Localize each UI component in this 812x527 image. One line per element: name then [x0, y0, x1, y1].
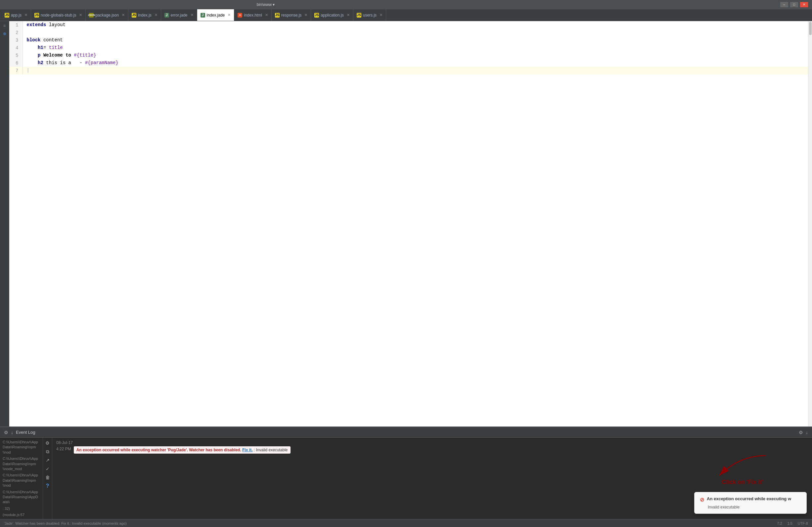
notification-error-icon: ⊘ — [700, 497, 704, 503]
panel-log: 08-Jul-17 4:22 PM An exception occurred … — [52, 438, 812, 456]
panel-action-scroll[interactable]: ⧉ — [44, 448, 51, 455]
tab-close-app-js[interactable]: ✕ — [25, 13, 27, 17]
left-gutter: ≡ ⊕ — [0, 21, 9, 426]
line-content-6[interactable]: h2 this is a - #{paramName} — [23, 59, 808, 67]
tab-label-index-js: index.js — [138, 13, 151, 17]
panel-action-help[interactable]: ? — [44, 483, 51, 489]
tab-close-node-globals[interactable]: ✕ — [79, 13, 82, 17]
tab-close-application-js[interactable]: ✕ — [347, 13, 350, 17]
log-message: An exception occurred while executing wa… — [74, 446, 291, 454]
tab-bar: JS app.js ✕ JS node-globals-stub.js ✕ JS… — [0, 9, 812, 21]
tab-icon-js4: JS — [275, 13, 280, 17]
tab-icon-js6: JS — [357, 13, 361, 17]
bottom-panel-content: C:\\Users\\Dhruv\\AppData\\Roaming\\npm\… — [0, 438, 812, 519]
panel-title: Event Log — [16, 430, 35, 435]
tab-response-js[interactable]: JS response.js ✕ — [272, 9, 311, 21]
panel-sidebar-item-5: : 32) — [0, 506, 43, 512]
tab-close-users-js[interactable]: ✕ — [379, 13, 382, 17]
panel-log-area: 08-Jul-17 4:22 PM An exception occurred … — [52, 438, 812, 519]
status-indent: 1:5 — [787, 522, 793, 525]
code-line-4: 4 h1= title — [9, 44, 808, 51]
editor-container: 1 extends layout 2 3 block content — [9, 21, 808, 426]
line-number-7: 7 — [9, 67, 23, 74]
tab-icon-json: JSON — [89, 13, 93, 17]
tab-users-js[interactable]: JS users.js ✕ — [353, 9, 386, 21]
tab-close-index-jade[interactable]: ✕ — [228, 13, 231, 17]
tab-index-jade[interactable]: J index.jade ✕ — [197, 9, 235, 21]
tab-application-js[interactable]: JS application.js ✕ — [311, 9, 353, 21]
line-content-2[interactable] — [23, 29, 808, 36]
log-error-text: An exception occurred while executing wa… — [76, 448, 241, 452]
line-content-4[interactable]: h1= title — [23, 44, 808, 51]
tab-icon-js2: JS — [34, 13, 39, 17]
status-left: 'Jade'. Watcher has been disabled. Fix i… — [4, 522, 127, 525]
log-time: 4:22 PM — [56, 447, 71, 451]
scrollbar-thumb — [809, 22, 812, 35]
panel-download-icon[interactable]: ↓ — [11, 430, 13, 435]
tab-close-error-jade[interactable]: ✕ — [191, 13, 193, 17]
click-annotation: Click on 'Fix it' — [713, 451, 772, 486]
status-line-col: 7:2 — [777, 522, 782, 525]
title-bar-path: bin\www ▾ — [257, 2, 275, 7]
tab-icon-jade1: J — [164, 13, 169, 17]
gutter-icon-2[interactable]: ⊕ — [1, 30, 8, 37]
panel-sidebar-item-6: (module.js:57 — [0, 512, 43, 518]
tab-app-js[interactable]: JS app.js ✕ — [1, 9, 31, 21]
tab-package-json[interactable]: JSON package.json ✕ — [86, 9, 128, 21]
code-line-3: 3 block content — [9, 36, 808, 44]
maximize-btn[interactable]: □ — [790, 2, 798, 7]
line-number-4: 4 — [9, 44, 23, 51]
code-line-1: 1 extends layout — [9, 21, 808, 29]
tab-close-index-js[interactable]: ✕ — [155, 13, 158, 17]
editor-scrollbar[interactable] — [808, 21, 812, 426]
tab-label-users-js: users.js — [363, 13, 377, 17]
panel-sidebar-item-1: C:\\Users\\Dhruv\\AppData\\Roaming\\npm\… — [0, 439, 43, 456]
line-number-3: 3 — [9, 36, 23, 44]
tab-close-response-js[interactable]: ✕ — [304, 13, 307, 17]
close-btn[interactable]: ✕ — [800, 2, 808, 7]
status-bar: 'Jade'. Watcher has been disabled. Fix i… — [0, 519, 812, 527]
line-content-1[interactable]: extends layout — [23, 21, 808, 29]
notification-title: ⊘ An exception occurred while executing … — [700, 496, 801, 503]
tab-icon-js3: JS — [132, 13, 136, 17]
line-content-7[interactable]: | — [23, 67, 808, 74]
tab-close-index-html[interactable]: ✕ — [265, 13, 268, 17]
tab-error-jade[interactable]: J error.jade ✕ — [161, 9, 197, 21]
tab-index-js[interactable]: JS index.js ✕ — [128, 9, 161, 21]
log-link[interactable]: Fix it. — [242, 448, 252, 452]
code-line-6: 6 h2 this is a - #{paramName} — [9, 59, 808, 67]
tab-label-index-jade: index.jade — [207, 13, 225, 17]
tab-icon-js: JS — [5, 13, 9, 17]
annotation-text: Click on 'Fix it' — [722, 479, 763, 486]
tab-close-package-json[interactable]: ✕ — [122, 13, 125, 17]
panel-gear-icon[interactable]: ⚙ — [4, 430, 8, 435]
code-table: 1 extends layout 2 3 block content — [9, 21, 808, 74]
tab-icon-jade2: J — [201, 13, 205, 17]
status-right: 7:2 1:5 UTF-8 — [777, 522, 808, 525]
line-content-3[interactable]: block content — [23, 36, 808, 44]
panel-sidebar-item-2: C:\\Users\\Dhruv\\AppData\\Roaming\\npm\… — [0, 456, 43, 472]
bottom-panel-header: ⚙ ↓ Event Log ⚙ ↓ — [0, 427, 812, 438]
log-date: 08-Jul-17 — [56, 440, 808, 445]
panel-action-settings[interactable]: ⚙ — [44, 440, 51, 446]
line-number-2: 2 — [9, 29, 23, 36]
tab-index-html[interactable]: H index.html ✕ — [234, 9, 272, 21]
line-content-5[interactable]: p Welcome to #{title} — [23, 51, 808, 59]
tab-label-package-json: package.json — [95, 13, 119, 17]
panel-action-delete[interactable]: 🗑 — [44, 474, 51, 481]
panel-download-right[interactable]: ↓ — [806, 430, 808, 435]
title-bar: bin\www ▾ – □ ✕ — [0, 0, 812, 9]
code-area[interactable]: 1 extends layout 2 3 block content — [9, 21, 808, 426]
code-line-7: 7 | — [9, 67, 808, 74]
status-encoding: UTF-8 — [798, 522, 808, 525]
tab-node-globals-stub-js[interactable]: JS node-globals-stub.js ✕ — [31, 9, 86, 21]
tab-label-error-jade: error.jade — [171, 13, 188, 17]
code-line-2: 2 — [9, 29, 808, 36]
gutter-icon-1[interactable]: ≡ — [1, 22, 8, 29]
panel-sidebar-item-3: C:\\Users\\Dhruv\\AppData\\Roaming\\npm\… — [0, 472, 43, 488]
line-number-6: 6 — [9, 59, 23, 67]
panel-action-check[interactable]: ✓ — [44, 466, 51, 472]
panel-action-jump[interactable]: ↗ — [44, 457, 51, 464]
minimize-btn[interactable]: – — [780, 2, 788, 7]
panel-gear-right[interactable]: ⚙ — [799, 430, 803, 435]
